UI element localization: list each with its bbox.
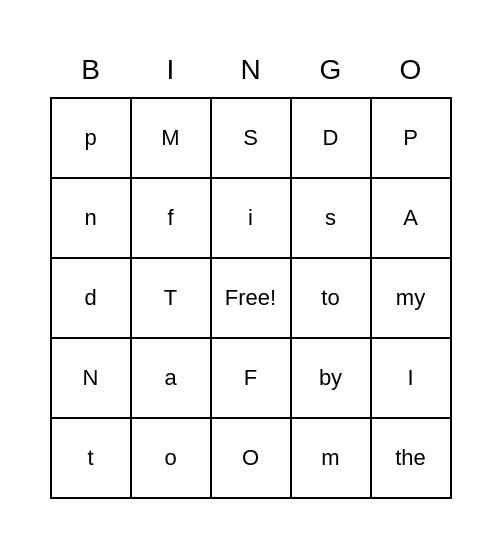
bingo-grid: pMSDPnfisAdTFree!tomyNaFbyItoOmthe (50, 97, 452, 499)
bingo-cell-r1-c4: A (372, 179, 452, 259)
bingo-cell-r3-c3: by (292, 339, 372, 419)
bingo-cell-r3-c4: I (372, 339, 452, 419)
bingo-cell-r3-c2: F (212, 339, 292, 419)
bingo-cell-r4-c4: the (372, 419, 452, 499)
bingo-cell-r4-c0: t (52, 419, 132, 499)
bingo-cell-r2-c2: Free! (212, 259, 292, 339)
bingo-header: BINGO (51, 45, 451, 95)
bingo-cell-r4-c2: O (212, 419, 292, 499)
header-letter-G: G (291, 45, 371, 95)
bingo-cell-r2-c0: d (52, 259, 132, 339)
bingo-cell-r0-c1: M (132, 99, 212, 179)
bingo-cell-r0-c3: D (292, 99, 372, 179)
bingo-cell-r4-c3: m (292, 419, 372, 499)
bingo-cell-r2-c4: my (372, 259, 452, 339)
bingo-cell-r2-c1: T (132, 259, 212, 339)
bingo-cell-r0-c4: P (372, 99, 452, 179)
bingo-cell-r2-c3: to (292, 259, 372, 339)
bingo-cell-r1-c0: n (52, 179, 132, 259)
bingo-cell-r3-c0: N (52, 339, 132, 419)
bingo-cell-r0-c0: p (52, 99, 132, 179)
bingo-cell-r1-c3: s (292, 179, 372, 259)
bingo-card: BINGO pMSDPnfisAdTFree!tomyNaFbyItoOmthe (50, 45, 452, 499)
bingo-cell-r1-c1: f (132, 179, 212, 259)
header-letter-O: O (371, 45, 451, 95)
bingo-cell-r4-c1: o (132, 419, 212, 499)
bingo-cell-r1-c2: i (212, 179, 292, 259)
bingo-cell-r3-c1: a (132, 339, 212, 419)
bingo-cell-r0-c2: S (212, 99, 292, 179)
header-letter-N: N (211, 45, 291, 95)
header-letter-B: B (51, 45, 131, 95)
header-letter-I: I (131, 45, 211, 95)
